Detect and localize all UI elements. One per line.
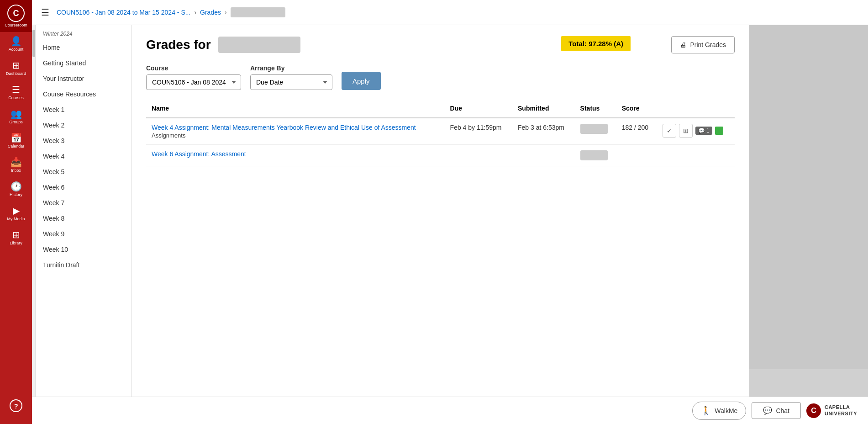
account-icon: 👤 [11,37,22,46]
nav-item-getting-started[interactable]: Getting Started [36,55,131,71]
sidebar-label-dashboard: Dashboard [6,71,26,76]
nav-item-week5[interactable]: Week 5 [36,164,131,180]
sidebar-item-account[interactable]: 👤 Account [0,32,32,56]
submitted-cell-2 [512,145,575,166]
sidebar-item-calendar[interactable]: 📅 Calendar [0,129,32,153]
sidebar-item-inbox[interactable]: 📥 Inbox [0,153,32,177]
apply-button[interactable]: Apply [342,72,381,90]
logo-circle: C [7,5,25,22]
col-score: Score [616,101,657,118]
main-area: ☰ COUN5106 - Jan 08 2024 to Mar 15 2024 … [32,0,868,424]
due-cell-2 [445,145,512,166]
total-badge: Total: 97.28% (A) [561,36,631,51]
status-blur-1 [580,124,608,134]
breadcrumb-sep-1: › [194,9,196,16]
sidebar-label-account: Account [9,47,24,52]
student-name-blurred [218,37,300,53]
assignment-link-2[interactable]: Week 6 Assignment: Assessment [152,150,246,158]
right-panel-content [749,25,868,369]
nav-item-week8[interactable]: Week 8 [36,211,131,226]
nav-item-week1[interactable]: Week 1 [36,102,131,117]
main-content: Total: 97.28% (A) Grades for 🖨 Print Gra… [132,25,749,397]
breadcrumb-course[interactable]: COUN5106 - Jan 08 2024 to Mar 15 2024 - … [57,9,190,16]
comment-badge-1[interactable]: 💬 1 [695,127,712,135]
score-cell-2 [616,145,657,166]
sidebar-item-courses[interactable]: ☰ Courses [0,80,32,105]
submission-icon-1[interactable]: ✓ [663,124,676,138]
my-media-icon: ▶ [13,206,20,215]
nav-item-course-resources[interactable]: Course Resources [36,86,131,102]
sidebar-label-my-media: My Media [7,217,25,221]
nav-item-your-instructor[interactable]: Your Instructor [36,71,131,86]
sidebar-label-history: History [10,192,22,197]
nav-item-week7[interactable]: Week 7 [36,195,131,211]
breadcrumb-grades[interactable]: Grades [200,9,221,16]
table-row: Week 6 Assignment: Assessment [146,145,735,166]
print-grades-button[interactable]: 🖨 Print Grades [671,36,735,53]
nav-item-home[interactable]: Home [36,40,131,55]
breadcrumb-sep-2: › [225,9,227,16]
sidebar-item-history[interactable]: 🕐 History [0,177,32,201]
grades-table-header-row: Name Due Submitted Status Score [146,101,735,118]
nav-item-week4[interactable]: Week 4 [36,148,131,164]
walkme-icon: 🚶 [701,406,711,416]
hamburger-menu[interactable]: ☰ [39,5,51,20]
actions-cell-1: ✓ ⊞ 💬 1 [657,118,735,145]
course-filter-group: Course COUN5106 - Jan 08 2024 [146,64,241,90]
top-bar: ☰ COUN5106 - Jan 08 2024 to Mar 15 2024 … [32,0,868,25]
sidebar-label-calendar: Calendar [8,144,25,148]
sidebar-item-dashboard[interactable]: ⊞ Dashboard [0,56,32,80]
status-blur-2 [580,150,608,160]
calendar-icon: 📅 [11,133,22,143]
content-wrapper: Winter 2024 Home Getting Started Your In… [32,25,868,397]
table-row: Week 4 Assignment: Mental Measurements Y… [146,118,735,145]
nav-scrollbar[interactable] [32,25,36,397]
courseroom-logo[interactable]: C Courseroom [0,0,32,32]
check-icon: ✓ [667,127,672,134]
score-cell-1: 182 / 200 [616,118,657,145]
grades-table: Name Due Submitted Status Score Week 4 A… [146,101,735,166]
walkme-button[interactable]: 🚶 WalkMe [692,402,746,420]
assignment-category-1: Assignments [152,132,439,139]
printer-icon: 🖨 [680,41,686,48]
breadcrumb-current [231,7,285,17]
sidebar: C Courseroom 👤 Account ⊞ Dashboard ☰ Cou… [0,0,32,424]
capella-logo: C CAPELLA UNIVERSITY [806,403,857,418]
nav-item-week2[interactable]: Week 2 [36,117,131,133]
chat-button[interactable]: 💬 Chat [752,402,801,419]
nav-item-week3[interactable]: Week 3 [36,133,131,148]
course-filter-label: Course [146,64,241,72]
logo-label: Courseroom [5,23,27,27]
status-cell-2 [575,145,616,166]
history-icon: 🕐 [11,182,22,191]
breadcrumb: COUN5106 - Jan 08 2024 to Mar 15 2024 - … [57,7,285,17]
capella-logo-text: CAPELLA UNIVERSITY [825,404,857,416]
comment-icon: 💬 [698,127,705,134]
sidebar-label-library: Library [10,241,22,245]
grades-table-body: Week 4 Assignment: Mental Measurements Y… [146,118,735,166]
arrange-filter-select[interactable]: Due Date [250,74,332,90]
dashboard-icon: ⊞ [12,61,20,70]
groups-icon: 👥 [11,109,22,118]
col-due: Due [445,101,512,118]
course-filter-select[interactable]: COUN5106 - Jan 08 2024 [146,74,241,90]
col-submitted: Submitted [512,101,575,118]
assignment-name-cell: Week 4 Assignment: Mental Measurements Y… [146,118,445,145]
bottom-bar: 🚶 WalkMe 💬 Chat C CAPELLA UNIVERSITY [32,397,868,424]
sidebar-item-library[interactable]: ⊞ Library [0,226,32,250]
nav-item-turnitin-draft[interactable]: Turnitin Draft [36,257,131,273]
sidebar-label-courses: Courses [8,95,24,100]
due-cell-1: Feb 4 by 11:59pm [445,118,512,145]
capella-name: CAPELLA [825,404,857,410]
actions-cell-2 [657,145,735,166]
nav-item-week10[interactable]: Week 10 [36,242,131,257]
nav-item-week6[interactable]: Week 6 [36,180,131,195]
help-button[interactable]: ? [0,392,32,419]
nav-item-week9[interactable]: Week 9 [36,226,131,242]
col-actions [657,101,735,118]
rubric-icon-1[interactable]: ⊞ [679,124,693,138]
capella-sub: UNIVERSITY [825,411,857,417]
sidebar-item-my-media[interactable]: ▶ My Media [0,201,32,226]
assignment-link-1[interactable]: Week 4 Assignment: Mental Measurements Y… [152,124,416,131]
sidebar-item-groups[interactable]: 👥 Groups [0,105,32,129]
